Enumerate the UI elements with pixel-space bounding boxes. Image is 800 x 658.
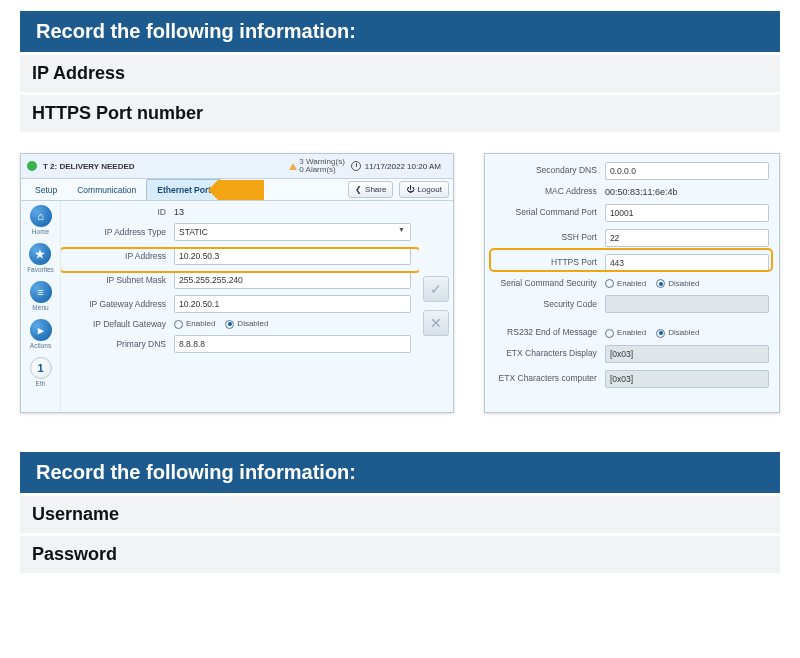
cancel-button[interactable]: ✕ [423,310,449,336]
home-icon: ⌂ [30,205,52,227]
sidebar-menu[interactable]: ≡ Menu [30,281,52,311]
etx-display-input[interactable]: [0x03] [605,345,769,363]
form-area: ID 13 IP Address Type STATIC IP Address … [61,201,419,411]
subnet-label: IP Subnet Mask [69,275,174,285]
sidebar-eth[interactable]: 1 Eth [30,357,52,387]
sidebar-favorites[interactable]: ★ Favorites [27,243,54,273]
ssh-port-label: SSH Port [495,233,605,242]
warnings-indicator[interactable]: 3 Warning(s) 0 Alarm(s) [289,158,345,174]
security-code-label: Security Code [495,300,605,309]
window-title: T 2: DELIVERY NEEDED [43,162,135,171]
gateway-input[interactable]: 10.20.50.1 [174,295,411,313]
default-gateway-label: IP Default Gateway [69,319,174,329]
row-label-https: HTTPS Port number [20,95,408,132]
record-table-network: Record the following information: IP Add… [20,8,780,135]
record-heading: Record the following information: [20,11,780,52]
radio-icon [225,320,234,329]
warning-text: 3 Warning(s) 0 Alarm(s) [299,158,345,174]
security-code-input[interactable] [605,295,769,313]
https-port-label: HTTPS Port [495,258,605,267]
record-heading-2: Record the following information: [20,452,780,493]
radio-icon [605,329,614,338]
callout-arrow-icon [218,180,264,200]
radio-icon [605,279,614,288]
radio-icon [656,329,665,338]
logout-button[interactable]: ⏻ Logout [399,181,448,198]
sidebar-home[interactable]: ⌂ Home [30,205,52,235]
tab-communication[interactable]: Communication [67,180,146,200]
share-button[interactable]: ❮ Share [348,181,393,198]
tab-setup[interactable]: Setup [25,180,67,200]
share-icon: ❮ [355,185,362,194]
close-icon: ✕ [430,315,442,331]
ip-type-label: IP Address Type [69,227,174,237]
eth-number-icon: 1 [30,357,52,379]
menu-icon: ≡ [30,281,52,303]
sec-dns-input[interactable]: 0.0.0.0 [605,162,769,180]
row-value-https [408,95,780,132]
etx-computer-label: ETX Characters computer [495,374,605,383]
row-value-ip [408,55,780,92]
radio-icon [174,320,183,329]
primary-dns-label: Primary DNS [69,339,174,349]
id-value: 13 [174,207,411,217]
ip-address-label: IP Address [69,251,174,261]
screenshots-row: T 2: DELIVERY NEEDED 3 Warning(s) 0 Alar… [20,153,780,413]
etx-display-label: ETX Characters Display [495,349,605,358]
screenshot-eth-port: T 2: DELIVERY NEEDED 3 Warning(s) 0 Alar… [20,153,454,413]
action-column: ✓ ✕ [419,201,453,411]
mac-label: MAC Address [495,187,605,196]
serial-cmd-security-label: Serial Command Security [495,279,605,288]
primary-dns-input[interactable]: 8.8.8.8 [174,335,411,353]
gateway-label: IP Gateway Address [69,299,174,309]
power-icon: ⏻ [406,185,414,194]
warning-icon [289,163,297,170]
screenshot-ports: Secondary DNS0.0.0.0 MAC Address00:50:83… [484,153,780,413]
left-sidebar: ⌂ Home ★ Favorites ≡ Menu ▸ Actions 1 [21,201,61,411]
serial-cmd-port-input[interactable]: 10001 [605,204,769,222]
confirm-button[interactable]: ✓ [423,276,449,302]
rs232-eom-label: RS232 End of Message [495,328,605,337]
serial-cmd-port-label: Serial Command Port [495,208,605,217]
sec-dns-label: Secondary DNS [495,166,605,175]
clock-icon [351,161,361,171]
check-icon: ✓ [430,281,442,297]
titlebar: T 2: DELIVERY NEEDED 3 Warning(s) 0 Alar… [21,154,453,179]
ip-address-input[interactable]: 10.20.50.3 [174,247,411,265]
record-table-credentials: Record the following information: Userna… [20,449,780,576]
serial-cmd-security-radio[interactable]: Enabled Disabled [605,279,769,288]
https-port-input[interactable]: 443 [605,254,769,272]
tab-bar: Setup Communication Ethernet Port ❮ Shar… [21,179,453,201]
row-value-username [408,496,780,533]
subnet-input[interactable]: 255.255.255.240 [174,271,411,289]
ip-type-select[interactable]: STATIC [174,223,411,241]
row-label-password: Password [20,536,408,573]
row-label-username: Username [20,496,408,533]
mac-value: 00:50:83:11:6e:4b [605,187,769,197]
sidebar-actions[interactable]: ▸ Actions [30,319,52,349]
default-gateway-radio[interactable]: Enabled Disabled [174,319,411,328]
star-icon: ★ [29,243,51,265]
id-label: ID [69,207,174,217]
etx-computer-input[interactable]: [0x03] [605,370,769,388]
datetime: 11/17/2022 10:20 AM [365,162,441,171]
rs232-eom-radio[interactable]: Enabled Disabled [605,328,769,337]
status-dot-icon [27,161,37,171]
row-label-ip: IP Address [20,55,408,92]
radio-icon [656,279,665,288]
row-value-password [408,536,780,573]
actions-icon: ▸ [30,319,52,341]
ssh-port-input[interactable]: 22 [605,229,769,247]
